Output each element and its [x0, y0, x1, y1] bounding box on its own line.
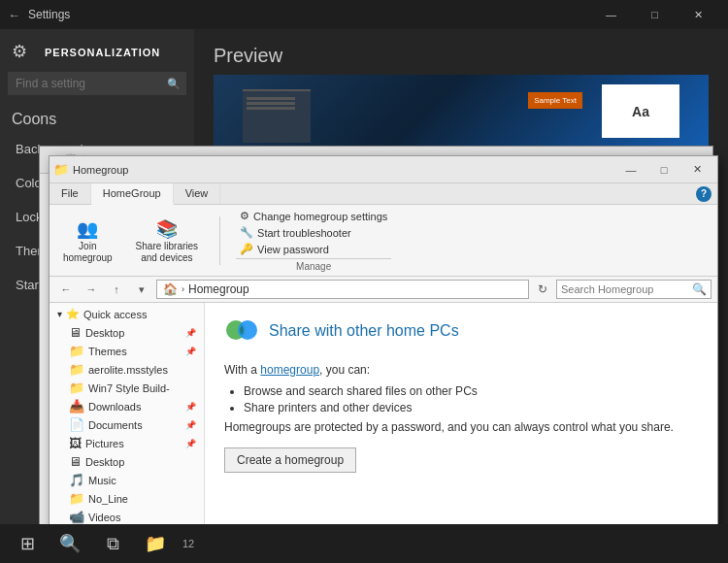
nav-item-themes[interactable]: 📁 Themes 📌 — [50, 342, 204, 360]
homegroup-note: Homegroups are protected by a password, … — [224, 420, 698, 434]
titlebar-controls: — □ ✕ — [589, 0, 720, 29]
win7-icon: 📁 — [69, 381, 84, 395]
back-nav-button[interactable]: ← — [55, 280, 77, 299]
recent-nav-button[interactable]: ▾ — [131, 280, 152, 299]
sidebar-header: ⚙ PERSONALIZATION — [0, 29, 194, 72]
homegroup-header-row: Share with other home PCs — [224, 318, 698, 353]
preview-line-2 — [247, 102, 295, 105]
settings-window: ← Settings — □ ✕ ⚙ PERSONALIZATION 🔍 Coo… — [0, 0, 728, 563]
join-homegroup-button[interactable]: 👥 Joinhomegroup — [57, 215, 118, 267]
settings-titlebar: ← Settings — □ ✕ — [0, 0, 728, 29]
preview-sample-text: Sample Text — [528, 92, 582, 109]
explorer-titlebar-left: 📁 Homegroup — [53, 162, 128, 177]
task-view-button[interactable]: ⧉ — [93, 525, 132, 562]
preview-label: Preview — [194, 29, 728, 75]
start-troubleshooter-label: Start troubleshooter — [257, 227, 351, 239]
ribbon-tab-view[interactable]: View — [174, 183, 221, 204]
create-homegroup-button[interactable]: Create a homegroup — [224, 447, 356, 473]
content-area: Share with other home PCs With a homegro… — [205, 303, 717, 533]
explorer-minimize-button[interactable]: — — [614, 156, 647, 183]
join-icon: 👥 — [76, 217, 99, 241]
preview-window — [243, 89, 311, 143]
start-troubleshooter-item[interactable]: 🔧 Start troubleshooter — [236, 225, 391, 240]
nav-item-videos-label: Videos — [88, 512, 120, 523]
downloads-icon: 📥 — [69, 399, 84, 414]
explorer-title: Homegroup — [73, 164, 128, 176]
nav-item-music-label: Music — [88, 475, 116, 486]
refresh-button[interactable]: ↻ — [533, 280, 552, 299]
search-input[interactable] — [8, 72, 186, 95]
share-icon: 📚 — [155, 217, 179, 241]
change-homegroup-settings-item[interactable]: ⚙ Change homegroup settings — [236, 209, 391, 223]
pin-icon-4: 📌 — [185, 420, 196, 430]
quick-access-label: Quick access — [83, 309, 147, 320]
back-icon[interactable]: ← — [8, 8, 20, 22]
search-taskbar-button[interactable]: 🔍 — [50, 525, 89, 562]
address-path[interactable]: 🏠 › Homegroup — [156, 280, 529, 299]
share-libraries-button[interactable]: 📚 Share librariesand devices — [130, 215, 204, 267]
preview-lines — [243, 91, 311, 117]
forward-nav-button[interactable]: → — [81, 280, 102, 299]
join-homegroup-label: Joinhomegroup — [63, 241, 113, 264]
up-nav-button[interactable]: ↑ — [106, 280, 127, 299]
search-explorer-input[interactable] — [561, 283, 692, 295]
ribbon-tab-homegroup[interactable]: HomeGroup — [91, 183, 174, 205]
nav-item-pictures[interactable]: 🖼 Pictures 📌 — [50, 434, 204, 452]
quick-access-chevron: ▾ — [57, 309, 62, 319]
close-button[interactable]: ✕ — [677, 0, 720, 29]
coons-text: Coons — [0, 103, 194, 132]
maximize-button[interactable]: □ — [633, 0, 677, 29]
videos-icon: 📹 — [69, 510, 84, 524]
ribbon-content: 👥 Joinhomegroup 📚 Share librariesand dev… — [50, 205, 717, 276]
nav-item-aerolite[interactable]: 📁 aerolite.msstyles — [50, 360, 204, 379]
ribbon-menu-items: ⚙ Change homegroup settings 🔧 Start trou… — [236, 209, 391, 272]
share-libraries-label: Share librariesand devices — [136, 241, 198, 264]
explorer-taskbar-button[interactable]: 📁 — [136, 525, 175, 562]
nav-item-desktop-2[interactable]: 🖥 Desktop — [50, 452, 204, 471]
preview-line-1 — [247, 97, 295, 100]
explorer-ribbon: File HomeGroup View ? 👥 Joinhomegroup 📚 … — [50, 183, 717, 277]
nav-item-noline[interactable]: 📁 No_Line — [50, 489, 204, 508]
homegroup-link[interactable]: homegroup — [260, 363, 319, 377]
start-button[interactable]: ⊞ — [8, 525, 47, 562]
address-path-text: Homegroup — [188, 282, 249, 296]
password-icon: 🔑 — [240, 243, 253, 255]
view-password-item[interactable]: 🔑 View password — [236, 242, 391, 256]
desktop-icon-2: 🖥 — [69, 454, 82, 469]
manage-group-label: Manage — [236, 258, 391, 272]
nav-pane: ▾ ⭐ Quick access 🖥 Desktop 📌 📁 Themes 📌 — [50, 303, 205, 533]
search-icon: 🔍 — [167, 78, 181, 90]
explorer-close-button[interactable]: ✕ — [680, 156, 713, 183]
documents-icon: 📄 — [69, 417, 84, 432]
homegroup-logo — [224, 318, 259, 353]
nav-item-desktop-1[interactable]: 🖥 Desktop 📌 — [50, 323, 204, 342]
homegroup-header-title: Share with other home PCs — [269, 322, 459, 340]
explorer-maximize-button[interactable]: □ — [647, 156, 680, 183]
minimize-button[interactable]: — — [589, 0, 633, 29]
nav-item-downloads[interactable]: 📥 Downloads 📌 — [50, 397, 204, 415]
ribbon-tab-file[interactable]: File — [50, 183, 91, 204]
preview-aa-text: Aa — [632, 104, 649, 119]
pin-icon-5: 📌 — [185, 439, 196, 448]
nav-item-aerolite-label: aerolite.msstyles — [88, 364, 168, 376]
nav-item-documents[interactable]: 📄 Documents 📌 — [50, 415, 204, 434]
nav-item-noline-label: No_Line — [88, 493, 128, 505]
ribbon-separator — [219, 216, 220, 265]
help-icon[interactable]: ? — [696, 186, 711, 202]
explorer-folder-icon: 📁 — [53, 162, 69, 177]
preview-line-3 — [247, 107, 295, 110]
quick-access-icon: ⭐ — [66, 308, 80, 320]
ribbon-tabs: File HomeGroup View ? — [50, 183, 717, 205]
troubleshooter-icon: 🔧 — [240, 226, 253, 239]
personalization-title: PERSONALIZATION — [45, 47, 160, 58]
taskbar: ⊞ 🔍 ⧉ 📁 12 — [0, 524, 728, 563]
search-bar: 🔍 — [556, 280, 711, 299]
nav-item-desktop-label-1: Desktop — [85, 327, 124, 339]
homegroup-bullet-list: Browse and search shared files on other … — [244, 384, 698, 414]
nav-item-win7[interactable]: 📁 Win7 Style Build- — [50, 379, 204, 397]
settings-titlebar-left: ← Settings — [8, 8, 70, 22]
search-explorer-icon: 🔍 — [692, 282, 707, 296]
quick-access-header[interactable]: ▾ ⭐ Quick access — [50, 305, 204, 323]
quick-access-section: ▾ ⭐ Quick access 🖥 Desktop 📌 📁 Themes 📌 — [50, 303, 204, 528]
nav-item-music[interactable]: 🎵 Music — [50, 471, 204, 489]
